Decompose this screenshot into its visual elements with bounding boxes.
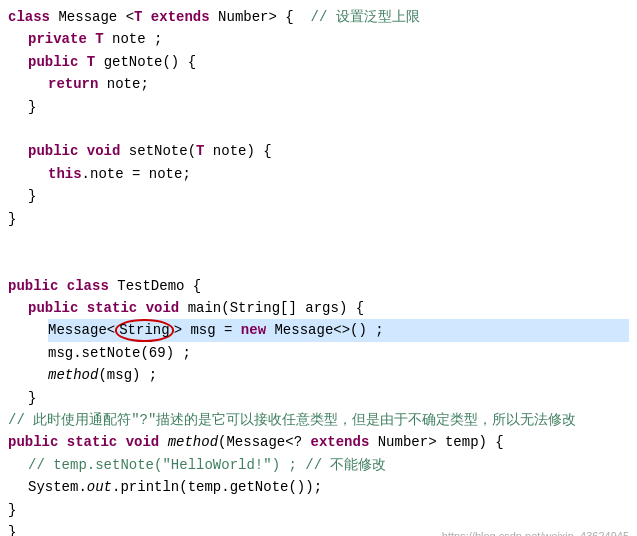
method-call: (msg) ; xyxy=(98,367,157,383)
code-container: class Message <T extends Number> { // 设置… xyxy=(0,0,637,536)
code-line-5: } xyxy=(28,96,629,118)
kw-static2: static xyxy=(67,434,126,450)
kw-static: static xyxy=(87,300,146,316)
method-getnote: getNote() { xyxy=(104,54,196,70)
this-note: .note = note; xyxy=(82,166,191,182)
code-line-22: System.out.println(temp.getNote()); xyxy=(28,476,629,498)
type-number: Number xyxy=(218,9,268,25)
comment-1: // 设置泛型上限 xyxy=(311,9,420,25)
msg-decl: > msg = xyxy=(174,322,241,338)
close-paren: ) ; xyxy=(166,345,191,361)
system-out: System. xyxy=(28,479,87,495)
comment-3: // temp.setNote("HelloWorld!") ; // 不能修改 xyxy=(28,457,386,473)
string-circle: String xyxy=(115,319,173,341)
code-line-12 xyxy=(8,252,629,274)
close-brace-2: } xyxy=(28,188,36,204)
message-type: Message< xyxy=(48,322,115,338)
brace: > { xyxy=(269,9,311,25)
kw-void2: void xyxy=(146,300,188,316)
out-italic: out xyxy=(87,479,112,495)
method-italic: method xyxy=(48,367,98,383)
code-line-11 xyxy=(8,230,629,252)
kw-void3: void xyxy=(126,434,168,450)
kw-extends2: extends xyxy=(310,434,377,450)
string-type: String xyxy=(230,300,280,316)
close-brace-5: } xyxy=(8,502,16,518)
kw-T3: T xyxy=(87,54,104,70)
kw-private: private xyxy=(28,31,95,47)
param-note: note) { xyxy=(213,143,272,159)
kw-public2: public xyxy=(28,143,87,159)
method-italic2: method xyxy=(168,434,218,450)
close-brace-3: } xyxy=(8,211,16,227)
kw-new: new xyxy=(241,322,275,338)
kw-return: return xyxy=(48,76,107,92)
close-brace-1: } xyxy=(28,99,36,115)
code-line-3: public T getNote() { xyxy=(28,51,629,73)
method-sig: (Message<? xyxy=(218,434,310,450)
code-line-20: public static void method(Message<? exte… xyxy=(8,431,629,453)
code-line-23: } xyxy=(8,499,629,521)
code-line-1: class Message <T extends Number> { // 设置… xyxy=(8,6,629,28)
num-69: 69 xyxy=(149,345,166,361)
code-line-16: msg.setNote(69) ; xyxy=(48,342,629,364)
code-line-9: } xyxy=(28,185,629,207)
class-testdemo: TestDemo { xyxy=(117,278,201,294)
message-new: Message<>() ; xyxy=(274,322,383,338)
msg-setnote: msg.setNote( xyxy=(48,345,149,361)
array-bracket: [] args) { xyxy=(280,300,364,316)
number-type: Number xyxy=(378,434,428,450)
code-line-10: } xyxy=(8,208,629,230)
code-line-14: public static void main(String[] args) { xyxy=(28,297,629,319)
code-line-19: // 此时使用通配符"?"描述的是它可以接收任意类型，但是由于不确定类型，所以无… xyxy=(8,409,629,431)
code-line-6 xyxy=(8,118,629,140)
kw-this: this xyxy=(48,166,82,182)
code-line-13: public class TestDemo { xyxy=(8,275,629,297)
code-line-2: private T note ; xyxy=(28,28,629,50)
code-line-4: return note; xyxy=(48,73,629,95)
class-name: Message < xyxy=(58,9,134,25)
temp-param: > temp) { xyxy=(428,434,504,450)
code-line-7: public void setNote(T note) { xyxy=(28,140,629,162)
kw-T: T xyxy=(134,9,151,25)
code-line-15: Message<String> msg = new Message<>() ; xyxy=(48,319,629,341)
kw-extends: extends xyxy=(151,9,218,25)
code-line-8: this.note = note; xyxy=(48,163,629,185)
kw-T4: T xyxy=(196,143,213,159)
comment-2: // 此时使用通配符"?"描述的是它可以接收任意类型，但是由于不确定类型，所以无… xyxy=(8,412,576,428)
kw-public4: public xyxy=(28,300,87,316)
code-line-18: } xyxy=(28,387,629,409)
close-brace-6: } xyxy=(8,524,16,536)
kw-T2: T xyxy=(95,31,112,47)
kw-public5: public xyxy=(8,434,67,450)
code-line-17: method(msg) ; xyxy=(48,364,629,386)
code-line-21: // temp.setNote("HelloWorld!") ; // 不能修改 xyxy=(28,454,629,476)
return-note: note; xyxy=(107,76,149,92)
kw-public3: public xyxy=(8,278,67,294)
field-note: note ; xyxy=(112,31,162,47)
kw-void: void xyxy=(87,143,129,159)
close-brace-4: } xyxy=(28,390,36,406)
kw-public: public xyxy=(28,54,87,70)
kw-class: class xyxy=(8,9,58,25)
kw-class: class xyxy=(67,278,117,294)
method-main: main( xyxy=(188,300,230,316)
method-setnote: setNote( xyxy=(129,143,196,159)
println: .println(temp.getNote()); xyxy=(112,479,322,495)
watermark: https://blog.csdn.net/weixin_43624945 xyxy=(442,528,629,536)
